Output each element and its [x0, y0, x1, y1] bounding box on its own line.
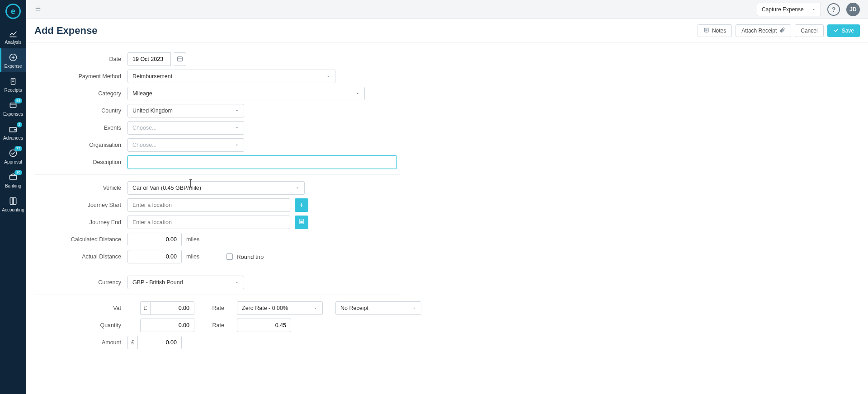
calculator-icon — [298, 218, 305, 226]
svg-rect-17 — [177, 56, 182, 61]
vehicle-dropdown[interactable]: Car or Van (0.45 GBP/mile) — [127, 181, 305, 195]
label-vat: Vat — [34, 305, 127, 311]
label-rate: Rate — [207, 305, 224, 311]
badge: 77 — [14, 146, 22, 151]
sidebar-item-label: Banking — [5, 183, 21, 188]
label-organisation: Organisation — [34, 142, 127, 148]
sidebar-item-label: Approval — [4, 159, 22, 164]
label-events: Events — [34, 125, 127, 131]
journey-start-input[interactable] — [127, 198, 290, 212]
expenses-icon: 99 — [9, 101, 18, 110]
sidebar-item-label: Analysis — [5, 40, 21, 45]
chevron-down-icon — [326, 74, 330, 79]
label-journey-end: Journey End — [34, 219, 127, 225]
sidebar-item-label: Accounting — [2, 207, 24, 212]
label-country: Country — [34, 108, 127, 114]
sidebar-item-banking[interactable]: 10 Banking — [0, 168, 26, 192]
label-category: Category — [34, 90, 127, 97]
save-button[interactable]: Save — [827, 24, 860, 37]
sidebar-item-accounting[interactable]: Accounting — [0, 192, 26, 216]
label-payment-method: Payment Method — [34, 73, 127, 80]
currency-dropdown[interactable]: GBP - British Pound — [127, 276, 244, 289]
approval-icon: 77 — [9, 149, 18, 158]
notes-button[interactable]: Notes — [698, 24, 732, 37]
chevron-down-icon — [811, 7, 816, 12]
calendar-button[interactable] — [174, 52, 186, 66]
chevron-down-icon — [295, 186, 300, 190]
menu-toggle-icon[interactable] — [34, 5, 42, 13]
svg-point-8 — [14, 129, 16, 131]
chevron-down-icon — [235, 280, 239, 285]
unit-miles: miles — [186, 236, 199, 243]
svg-point-26 — [301, 222, 301, 223]
calculated-distance-input[interactable] — [127, 233, 182, 246]
chevron-down-icon — [235, 143, 239, 147]
label-actual-distance: Actual Distance — [34, 253, 127, 260]
round-trip-checkbox[interactable] — [226, 253, 233, 260]
sidebar: e Analysis Expense Receipts 99 Expenses … — [0, 0, 26, 394]
sidebar-item-receipts[interactable]: Receipts — [0, 72, 26, 96]
label-amount: Amount — [34, 339, 127, 346]
badge: 99 — [14, 98, 22, 103]
label-price-rate: Rate — [207, 322, 224, 328]
badge: 2 — [17, 122, 22, 127]
add-waypoint-button[interactable]: + — [295, 198, 308, 212]
events-dropdown[interactable]: Choose... — [127, 121, 244, 135]
label-date: Date — [34, 56, 127, 62]
sidebar-item-advances[interactable]: 2 Advances — [0, 120, 26, 144]
sidebar-item-approval[interactable]: 77 Approval — [0, 144, 26, 168]
vat-rate-dropdown[interactable]: Zero Rate - 0.00% — [237, 301, 323, 315]
sidebar-item-expenses[interactable]: 99 Expenses — [0, 96, 26, 120]
badge: 10 — [14, 170, 22, 175]
book-icon — [9, 197, 18, 206]
capture-expense-dropdown[interactable]: Capture Expense — [757, 3, 821, 16]
wallet-icon: 2 — [9, 125, 18, 134]
country-dropdown[interactable]: United Kingdom — [127, 104, 244, 117]
calculate-button[interactable] — [295, 216, 308, 229]
help-button[interactable]: ? — [827, 3, 840, 16]
category-dropdown[interactable]: Mileage — [127, 87, 365, 100]
receipt-icon — [9, 77, 18, 86]
svg-point-28 — [302, 222, 302, 223]
label-calculated-distance: Calculated Distance — [34, 236, 127, 243]
date-input[interactable] — [127, 52, 171, 66]
organisation-dropdown[interactable]: Choose... — [127, 138, 244, 152]
attach-receipt-button[interactable]: Attach Receipt — [736, 24, 791, 37]
label-vehicle: Vehicle — [34, 185, 127, 191]
description-input[interactable] — [127, 155, 397, 169]
sidebar-item-analysis[interactable]: Analysis — [0, 24, 26, 48]
chevron-down-icon — [313, 306, 318, 310]
plus-circle-icon — [9, 53, 18, 62]
currency-symbol: £ — [127, 336, 137, 349]
plus-icon: + — [299, 201, 303, 209]
app-logo: e — [5, 4, 21, 19]
sidebar-item-expense[interactable]: Expense — [0, 48, 26, 72]
payment-method-dropdown[interactable]: Reimbursement — [127, 70, 335, 83]
user-avatar[interactable]: JD — [846, 3, 860, 16]
sidebar-item-label: Receipts — [5, 88, 22, 93]
journey-end-input[interactable] — [127, 216, 290, 229]
cancel-button[interactable]: Cancel — [795, 24, 823, 37]
actual-distance-input[interactable] — [127, 250, 182, 263]
receipt-status-dropdown[interactable]: No Receipt — [335, 301, 421, 315]
quantity-input[interactable] — [140, 319, 194, 332]
calendar-icon — [177, 56, 183, 63]
expense-form: Date Payment Method Reimbursement Catego… — [26, 42, 433, 370]
label-journey-start: Journey Start — [34, 202, 127, 208]
sidebar-item-label: Expense — [5, 64, 22, 69]
chart-icon — [9, 29, 18, 38]
amount-input[interactable] — [137, 336, 182, 349]
rate-input[interactable] — [237, 319, 291, 332]
vat-input[interactable] — [150, 301, 194, 315]
currency-symbol: £ — [140, 301, 150, 315]
svg-rect-10 — [10, 176, 17, 179]
unit-miles: miles — [186, 253, 199, 260]
note-icon — [703, 27, 709, 34]
chevron-down-icon — [235, 108, 239, 113]
chevron-down-icon — [355, 91, 360, 96]
chevron-down-icon — [412, 306, 416, 310]
topbar: Capture Expense ? JD — [26, 0, 868, 19]
sidebar-item-label: Advances — [3, 136, 23, 141]
label-description: Description — [34, 159, 127, 165]
label-quantity: Quantity — [34, 322, 127, 328]
